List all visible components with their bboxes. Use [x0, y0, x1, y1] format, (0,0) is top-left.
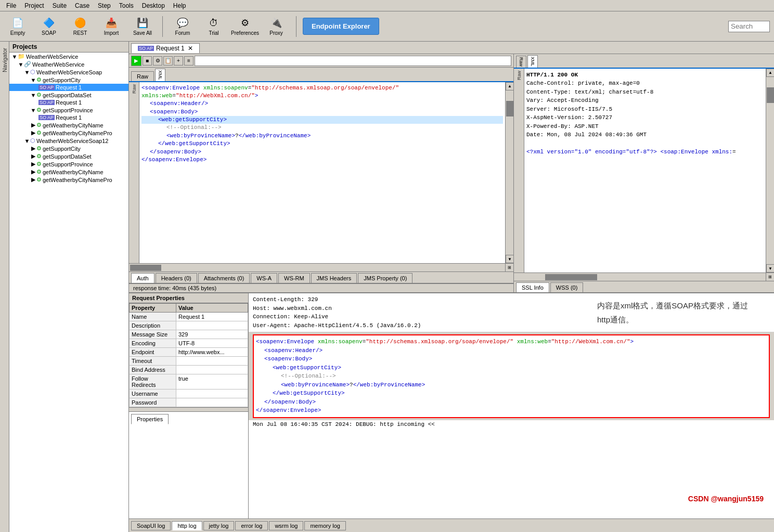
log-tab-error[interactable]: error log	[235, 521, 268, 530]
scroll-up-res[interactable]: ▲	[766, 69, 774, 77]
preferences-button[interactable]: ⚙ Preferences	[231, 14, 259, 39]
tree-item-interface[interactable]: ▼ 🔗 WeatherWebService	[9, 60, 128, 68]
tree-item-soap12-weather[interactable]: ▶ ⚙ getWeatherbyCityName	[9, 168, 128, 176]
scroll-down-req[interactable]: ▼	[506, 255, 513, 263]
tree-item-getsupportcity[interactable]: ▼ ⚙ getSupportCity	[9, 76, 128, 84]
tree-item-soap12[interactable]: ▼ ⬡ WeatherWebServiceSoap12	[9, 137, 128, 145]
endpoint-explorer-button[interactable]: Endpoint Explorer	[303, 18, 379, 35]
log-tab-memory[interactable]: memory log	[304, 521, 345, 530]
search-input[interactable]	[728, 21, 770, 32]
tab-raw-req[interactable]: Raw	[131, 71, 154, 81]
props-bind-value[interactable]	[176, 366, 248, 374]
tree-item-getsupportdataset[interactable]: ▼ ⚙ getSupportDataSet	[9, 91, 128, 99]
tree-item-soap[interactable]: ▼ ⬡ WeatherWebServiceSoap	[9, 68, 128, 76]
tab-close-icon[interactable]: ✕	[188, 45, 193, 52]
tab-jms-property[interactable]: JMS Property (0)	[358, 273, 412, 283]
expand-icon-14[interactable]: ▶	[30, 176, 36, 183]
expand-icon[interactable]: ▼	[11, 54, 18, 60]
menu-file[interactable]: File	[2, 1, 20, 10]
config-button[interactable]: ⚙	[153, 56, 162, 66]
props-endpoint-value[interactable]: http://www.webx...	[176, 348, 248, 357]
expand-icon-11[interactable]: ▶	[30, 153, 36, 160]
hscroll-req[interactable]: ⊞	[129, 263, 513, 271]
tree-item-getsupportprovince[interactable]: ▼ ⚙ getSupportProvince	[9, 106, 128, 114]
props-timeout-value[interactable]	[176, 357, 248, 366]
log-tab-jetty[interactable]: jetty log	[203, 521, 235, 530]
xml-content-req[interactable]: <soapenv:Envelope xmlns:soapenv="http://…	[139, 82, 505, 263]
tab-xml-res[interactable]: XML	[527, 55, 538, 68]
rest-button[interactable]: 🟠 REST	[67, 14, 94, 39]
proxy-button[interactable]: 🔌 Proxy	[263, 14, 290, 39]
import-button[interactable]: 📥 Import	[98, 14, 125, 39]
tab-attachments[interactable]: Attachments (0)	[198, 273, 250, 283]
expand-icon-10[interactable]: ▶	[30, 145, 36, 152]
menu-step[interactable]: Step	[94, 1, 115, 10]
tree-item-soap12-dataset[interactable]: ▶ ⚙ getSupportDataSet	[9, 152, 128, 160]
expand-icon-2[interactable]: ▼	[18, 61, 24, 68]
tree-item-getweather[interactable]: ▶ ⚙ getWeatherbyCityName	[9, 121, 128, 129]
hscroll-thumb-res[interactable]	[545, 274, 597, 280]
scroll-thumb-res[interactable]	[767, 87, 774, 103]
tab-headers[interactable]: Headers (0)	[156, 273, 197, 283]
tab-auth[interactable]: Auth	[131, 273, 154, 283]
copy-button[interactable]: 📋	[163, 56, 173, 66]
stop-button[interactable]: ■	[143, 56, 152, 66]
properties-button[interactable]: Properties	[131, 414, 169, 424]
tree-item-soap12-city[interactable]: ▶ ⚙ getSupportCity	[9, 145, 128, 152]
add-button[interactable]: +	[174, 56, 183, 66]
log-tab-wsrm[interactable]: wsrm log	[269, 521, 303, 530]
url-input[interactable]: http://www.webxml.com.cn/WebServices/Wea…	[195, 56, 511, 66]
expand-icon-7[interactable]: ▶	[30, 122, 36, 128]
more-button[interactable]: ≡	[184, 56, 194, 66]
scroll-thumb-req[interactable]	[506, 101, 513, 116]
request-tab-1[interactable]: SO AP Request 1 ✕	[131, 43, 200, 53]
hscroll-thumb-req[interactable]	[130, 265, 161, 271]
expand-icon-8[interactable]: ▶	[30, 129, 36, 136]
expand-icon-6[interactable]: ▼	[30, 107, 36, 113]
hscroll-res[interactable]: ⊞	[514, 273, 774, 281]
tree-item-weatherwebservice[interactable]: ▼ 📁 WeatherWebService	[9, 53, 128, 60]
log-tab-http[interactable]: http log	[172, 521, 202, 530]
tree-item-getweatherpro[interactable]: ▶ ⚙ getWeatherbyCityNamePro	[9, 129, 128, 137]
props-encoding-value[interactable]: UTF-8	[176, 339, 248, 348]
trial-button[interactable]: ⏱ Trial	[200, 14, 227, 39]
log-tab-soapui[interactable]: SoapUI log	[131, 521, 171, 530]
soap-button[interactable]: 🔷 SOAP	[35, 14, 62, 39]
tab-ws-rm[interactable]: WS-RM	[278, 273, 310, 283]
menu-desktop[interactable]: Desktop	[138, 1, 169, 10]
menu-help[interactable]: Help	[169, 1, 190, 10]
scroll-up-req[interactable]: ▲	[506, 82, 513, 90]
xml-vscroll-res[interactable]: ▲ ▼	[766, 69, 774, 273]
props-username-value[interactable]	[176, 390, 248, 398]
run-button[interactable]: ▶	[131, 56, 141, 66]
props-scroll[interactable]	[129, 407, 248, 411]
save-all-button[interactable]: 💾 Save All	[129, 14, 156, 39]
props-password-value[interactable]	[176, 398, 248, 407]
props-desc-value[interactable]	[176, 321, 248, 330]
tab-wss[interactable]: WSS (0)	[550, 282, 584, 292]
tab-ws-a[interactable]: WS-A	[251, 273, 277, 283]
tree-item-request1-selected[interactable]: SO AP Request 1	[9, 84, 128, 91]
empty-button[interactable]: 📄 Empty	[4, 14, 31, 39]
forum-button[interactable]: 💬 Forum	[169, 14, 196, 39]
tab-raw-res[interactable]: Raw	[516, 56, 526, 68]
response-content[interactable]: HTTP/1.1 200 OK Cache-Control: private, …	[524, 69, 766, 273]
tab-jms-headers[interactable]: JMS Headers	[311, 273, 357, 283]
scroll-down-res[interactable]: ▼	[766, 264, 774, 273]
expand-icon-5[interactable]: ▼	[30, 92, 36, 98]
expand-icon-12[interactable]: ▶	[30, 161, 36, 167]
tree-item-request1-2[interactable]: SO AP Request 1	[9, 99, 128, 106]
expand-icon-9[interactable]: ▼	[24, 138, 30, 144]
expand-icon-4[interactable]: ▼	[30, 77, 36, 83]
menu-tools[interactable]: Tools	[115, 1, 138, 10]
menu-suite[interactable]: Suite	[48, 1, 71, 10]
tab-ssl-info[interactable]: SSL Info	[516, 282, 549, 292]
menu-project[interactable]: Project	[20, 1, 48, 10]
tree-item-soap12-weatherpro[interactable]: ▶ ⚙ getWeatherbyCityNamePro	[9, 176, 128, 184]
tree-item-soap12-province[interactable]: ▶ ⚙ getSupportProvince	[9, 160, 128, 168]
tab-xml-req[interactable]: XML	[155, 69, 165, 81]
props-name-value[interactable]: Request 1	[176, 313, 248, 321]
menu-case[interactable]: Case	[71, 1, 94, 10]
expand-icon-13[interactable]: ▶	[30, 168, 36, 175]
xml-vscroll-req[interactable]: ▲ ▼	[505, 82, 513, 263]
